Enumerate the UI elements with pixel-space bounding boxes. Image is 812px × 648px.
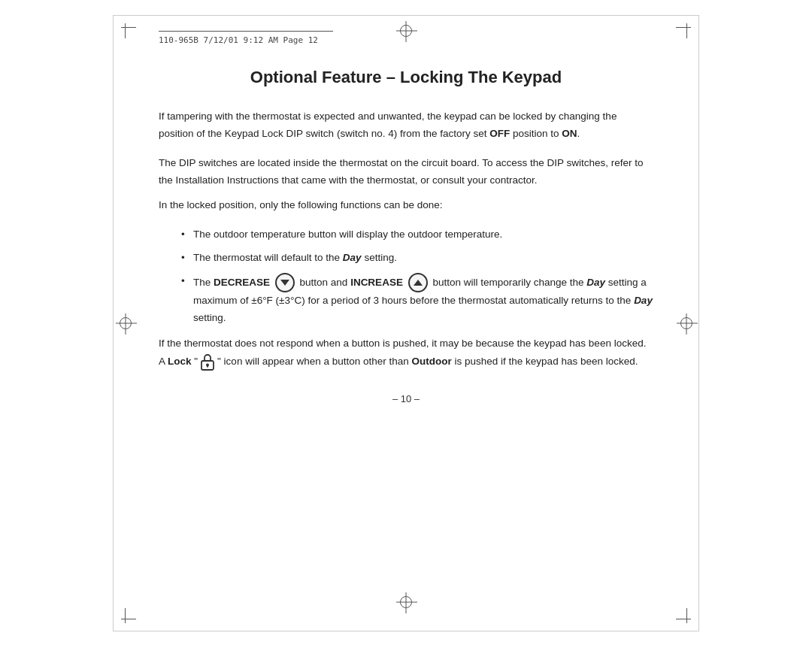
- crop-mark-tr: [676, 23, 691, 38]
- page-header: 110-965B 7/12/01 9:12 AM Page 12: [159, 31, 333, 45]
- list-item-3: The DECREASE button and INCREASE button …: [181, 273, 653, 327]
- registration-mark-top: [400, 25, 412, 37]
- bullet3-decrease-label: DECREASE: [214, 276, 270, 287]
- p1-off: OFF: [489, 128, 510, 139]
- p1-mid: position to: [510, 128, 562, 139]
- p3-text: In the locked position, only the followi…: [159, 197, 653, 214]
- bullet3-end: setting.: [193, 312, 226, 323]
- p2-text: The DIP switches are located inside the …: [159, 155, 653, 189]
- page-number: – 10 –: [159, 393, 653, 404]
- bullet2-post: setting.: [362, 252, 397, 263]
- registration-mark-bottom: [400, 596, 412, 608]
- bullet3-day2: Day: [634, 295, 653, 306]
- decrease-button-icon: [275, 273, 295, 292]
- list-item-2: The thermostat will default to the Day s…: [181, 250, 653, 267]
- bullet2-day: Day: [343, 252, 362, 263]
- bullet3-mid: button and: [300, 276, 351, 287]
- bullet1-text: The outdoor temperature button will disp…: [193, 229, 502, 240]
- p4-lock-label: Lock: [168, 356, 192, 367]
- bullet3-pre: The: [193, 276, 214, 287]
- crop-mark-br: [676, 608, 691, 623]
- svg-rect-2: [207, 365, 208, 368]
- increase-button-icon: [408, 273, 428, 292]
- page-title: Optional Feature – Locking The Keypad: [159, 68, 653, 87]
- registration-mark-left: [120, 317, 132, 329]
- p4-post: " icon will appear when a button other t…: [217, 356, 411, 367]
- document-page: 110-965B 7/12/01 9:12 AM Page 12 Optiona…: [113, 15, 699, 631]
- feature-list: The outdoor temperature button will disp…: [159, 226, 653, 327]
- p1-end: .: [577, 128, 580, 139]
- paragraph-1: If tampering with the thermostat is expe…: [159, 108, 653, 143]
- p4-mid: ": [192, 356, 198, 367]
- paragraph-4: If the thermostat does not respond when …: [159, 335, 653, 371]
- crop-mark-tl: [121, 23, 136, 38]
- bullet2-pre: The thermostat will default to the: [193, 252, 343, 263]
- p4-outdoor-label: Outdoor: [412, 356, 452, 367]
- p4-end: is pushed if the keypad has been locked.: [452, 356, 638, 367]
- p1-on: ON: [562, 128, 577, 139]
- paragraph-2: The DIP switches are located inside the …: [159, 155, 653, 214]
- bullet3-increase-label: INCREASE: [350, 276, 403, 287]
- bullet3-post: button will temporarily change the: [432, 276, 586, 287]
- bullet3-day: Day: [586, 276, 605, 287]
- registration-mark-right: [680, 317, 692, 329]
- crop-mark-bl: [121, 608, 136, 623]
- lock-icon: [199, 353, 216, 371]
- list-item-1: The outdoor temperature button will disp…: [181, 226, 653, 244]
